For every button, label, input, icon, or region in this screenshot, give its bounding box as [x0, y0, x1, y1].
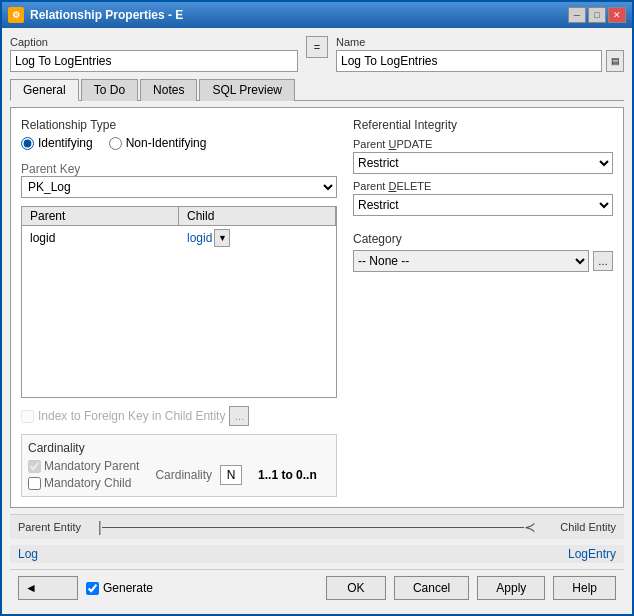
parent-update-select-row: Restrict Cascade Set Null No Action [353, 152, 613, 174]
category-small-button[interactable]: … [593, 251, 613, 271]
main-window: ⚙ Relationship Properties - E ─ □ ✕ Capt… [0, 0, 634, 616]
cardinality-range-value: 1..1 to 0..n [258, 468, 317, 482]
caption-input-row [10, 50, 298, 72]
parent-entity-link[interactable]: Log [18, 547, 98, 561]
tab-general[interactable]: General [10, 79, 79, 101]
cardinality-section-label: Cardinality [28, 441, 330, 455]
index-checkbox-label: Index to Foreign Key in Child Entity [38, 409, 225, 423]
mandatory-parent-checkbox[interactable] [28, 460, 41, 473]
minimize-button[interactable]: ─ [568, 7, 586, 23]
cancel-button[interactable]: Cancel [394, 576, 469, 600]
cardinality-inner: Mandatory Parent Mandatory Child Cardina… [28, 459, 330, 490]
caption-name-row: Caption = Name ▤ [10, 36, 624, 72]
name-label: Name [336, 36, 624, 48]
equals-button[interactable]: = [306, 36, 328, 58]
title-bar: ⚙ Relationship Properties - E ─ □ ✕ [2, 2, 632, 28]
category-row: -- None -- … [353, 250, 613, 272]
back-button[interactable]: ◄ [18, 576, 78, 600]
mandatory-child-label[interactable]: Mandatory Child [28, 476, 139, 490]
tab-sqlpreview[interactable]: SQL Preview [199, 79, 295, 101]
maximize-button[interactable]: □ [588, 7, 606, 23]
parent-update-group: Parent UPDATE Restrict Cascade Set Null … [353, 138, 613, 174]
name-group: Name ▤ [336, 36, 624, 72]
generate-label: Generate [103, 581, 153, 595]
parent-entity-bar-label: Parent Entity [18, 521, 98, 533]
name-small-button[interactable]: ▤ [606, 50, 624, 72]
radio-group: Identifying Non-Identifying [21, 136, 337, 150]
parent-child-bar: Parent Entity | ≺ Child Entity [10, 514, 624, 539]
parent-update-label: Parent UPDATE [353, 138, 613, 150]
content-area: Caption = Name ▤ General To Do Notes SQL… [2, 28, 632, 614]
child-link[interactable]: logid [187, 231, 212, 245]
referential-integrity-section: Referential Integrity Parent UPDATE Rest… [353, 118, 613, 216]
generate-checkbox[interactable] [86, 582, 99, 595]
col-parent: Parent [22, 207, 179, 225]
parent-delete-label: Parent DELETE [353, 180, 613, 192]
relationship-type-section: Relationship Type Identifying Non-Identi… [21, 118, 337, 150]
mandatory-child-text: Mandatory Child [44, 476, 131, 490]
referential-integrity-label: Referential Integrity [353, 118, 613, 132]
help-button[interactable]: Help [553, 576, 616, 600]
cardinality-label: Cardinality [155, 468, 212, 482]
child-entity-bar-label: Child Entity [536, 521, 616, 533]
cardinality-range: 1..1 to 0..n [258, 468, 317, 482]
mandatory-child-checkbox[interactable] [28, 477, 41, 490]
index-small-button[interactable]: … [229, 406, 249, 426]
cell-parent: logid [22, 230, 187, 246]
cardinality-checkboxes: Mandatory Parent Mandatory Child [28, 459, 139, 490]
cardinality-n-box: N [220, 465, 242, 485]
title-bar-left: ⚙ Relationship Properties - E [8, 7, 183, 23]
category-select[interactable]: -- None -- [353, 250, 589, 272]
parent-key-label: Parent Key [21, 162, 337, 176]
app-icon: ⚙ [8, 7, 24, 23]
parent-key-section: Parent Key PK_Log [21, 158, 337, 198]
mandatory-parent-text: Mandatory Parent [44, 459, 139, 473]
category-label: Category [353, 232, 613, 246]
right-arrow: ≺ [524, 519, 536, 535]
tab-todo[interactable]: To Do [81, 79, 138, 101]
bottom-bar: ◄ Generate OK Cancel Apply Help [10, 569, 624, 606]
entity-row: Log LogEntry [10, 545, 624, 563]
close-button[interactable]: ✕ [608, 7, 626, 23]
col-child: Child [179, 207, 336, 225]
name-input[interactable] [336, 50, 602, 72]
two-column-layout: Relationship Type Identifying Non-Identi… [21, 118, 613, 497]
right-column: Referential Integrity Parent UPDATE Rest… [353, 118, 613, 497]
parent-key-select[interactable]: PK_Log [21, 176, 337, 198]
table-header: Parent Child [22, 207, 336, 226]
table-body: logid logid ▼ [22, 226, 336, 250]
non-identifying-radio[interactable] [109, 137, 122, 150]
caption-label: Caption [10, 36, 298, 48]
relationship-type-label: Relationship Type [21, 118, 337, 132]
title-buttons: ─ □ ✕ [568, 7, 626, 23]
connection-line [102, 527, 524, 528]
index-checkbox[interactable] [21, 410, 34, 423]
non-identifying-radio-item[interactable]: Non-Identifying [109, 136, 207, 150]
cell-child: logid ▼ [187, 229, 336, 247]
tab-notes[interactable]: Notes [140, 79, 197, 101]
parent-update-select[interactable]: Restrict Cascade Set Null No Action [353, 152, 613, 174]
parent-delete-select[interactable]: Restrict Cascade Set Null No Action [353, 194, 613, 216]
tab-bar: General To Do Notes SQL Preview [10, 78, 624, 101]
identifying-label: Identifying [38, 136, 93, 150]
apply-button[interactable]: Apply [477, 576, 545, 600]
identifying-radio[interactable] [21, 137, 34, 150]
relationship-table: Parent Child logid logid ▼ [21, 206, 337, 398]
cardinality-section: Cardinality Mandatory Parent Mandatory C… [21, 434, 337, 497]
mandatory-parent-label[interactable]: Mandatory Parent [28, 459, 139, 473]
parent-delete-select-row: Restrict Cascade Set Null No Action [353, 194, 613, 216]
tab-content-general: Relationship Type Identifying Non-Identi… [10, 107, 624, 508]
parent-delete-group: Parent DELETE Restrict Cascade Set Null … [353, 180, 613, 216]
name-input-row: ▤ [336, 50, 624, 72]
child-entity-link[interactable]: LogEntry [536, 547, 616, 561]
ok-button[interactable]: OK [326, 576, 386, 600]
identifying-radio-item[interactable]: Identifying [21, 136, 93, 150]
window-title: Relationship Properties - E [30, 8, 183, 22]
caption-input[interactable] [10, 50, 298, 72]
non-identifying-label: Non-Identifying [126, 136, 207, 150]
generate-checkbox-label[interactable]: Generate [86, 581, 153, 595]
left-column: Relationship Type Identifying Non-Identi… [21, 118, 337, 497]
table-row: logid logid ▼ [22, 228, 336, 248]
child-dropdown-button[interactable]: ▼ [214, 229, 230, 247]
category-section: Category -- None -- … [353, 232, 613, 272]
